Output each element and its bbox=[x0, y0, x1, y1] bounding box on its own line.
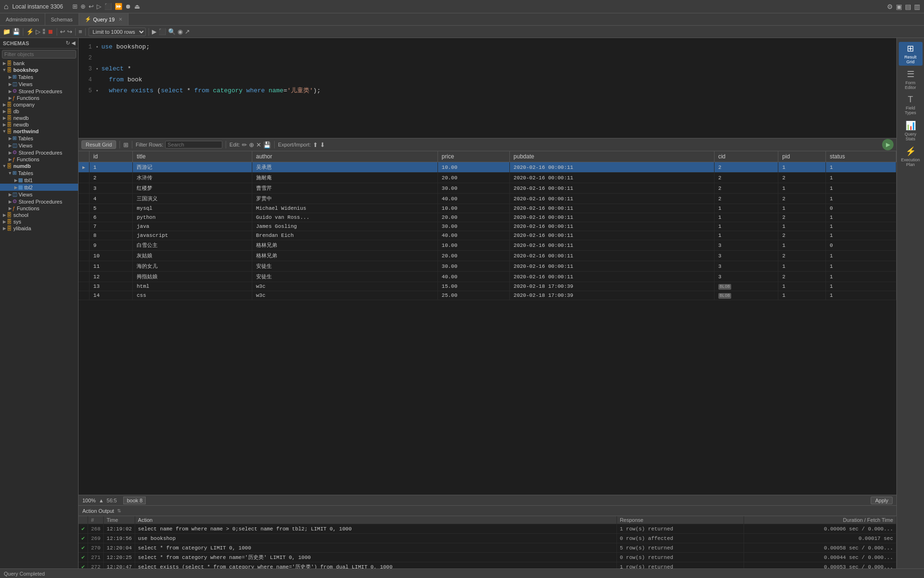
col-header-status[interactable]: status bbox=[825, 151, 896, 162]
result-grid-tab[interactable]: Result Grid bbox=[81, 140, 116, 149]
collapse-icon[interactable]: ◀ bbox=[71, 40, 75, 46]
form-editor-btn[interactable]: ☰ FormEditor bbox=[899, 68, 923, 91]
col-header-cid[interactable]: cid bbox=[714, 151, 778, 162]
toolbar-icon-2[interactable]: ⊕ bbox=[80, 3, 86, 10]
more-icon[interactable]: ◉ bbox=[178, 28, 183, 35]
stop-icon[interactable]: ⏹ bbox=[48, 28, 54, 35]
tab-query19[interactable]: ⚡ Query 19 ✕ bbox=[79, 13, 129, 25]
data-grid[interactable]: id title author price pubdate cid pid st… bbox=[79, 151, 896, 495]
table-row[interactable]: 7javaJames Gosling30.002020-02-16 00:00:… bbox=[79, 222, 896, 231]
col-header-author[interactable]: author bbox=[252, 151, 437, 162]
table-row[interactable]: 13htmlw3c15.002020-02-18 17:00:39BLOB11 bbox=[79, 282, 896, 291]
sidebar-item-numdb-views[interactable]: ▶ ◫ Views bbox=[0, 191, 78, 198]
toolbar-icon-8[interactable]: ⏏ bbox=[134, 3, 140, 10]
layout-icon-2[interactable]: ▤ bbox=[905, 3, 911, 10]
edit-add-icon[interactable]: ✏ bbox=[242, 141, 247, 148]
table-row[interactable]: 12拇指姑娘安徒生40.002020-02-16 00:00:11321 bbox=[79, 272, 896, 282]
apply-button[interactable]: Apply bbox=[871, 497, 893, 504]
sidebar-item-newdb2[interactable]: ▶ 🗄 newdb bbox=[0, 121, 78, 128]
field-types-btn[interactable]: T FieldTypes bbox=[899, 93, 923, 117]
sidebar-item-db[interactable]: ▶ 🗄 db bbox=[0, 108, 78, 115]
toolbar-icon-3[interactable]: ↩ bbox=[89, 3, 94, 10]
sidebar-item-numdb-tbl2[interactable]: ▶ ▦ tbl2 bbox=[0, 184, 78, 191]
tab-administration[interactable]: Administration bbox=[0, 13, 45, 25]
edit-save-icon[interactable]: 💾 bbox=[263, 141, 271, 148]
undo-icon[interactable]: ↩ bbox=[60, 28, 65, 35]
sidebar-item-newdb[interactable]: ▶ 🗄 newdb bbox=[0, 115, 78, 121]
sidebar-item-company[interactable]: ▶ 🗄 company bbox=[0, 101, 78, 108]
execution-plan-btn[interactable]: ⚡ ExecutionPlan bbox=[899, 145, 923, 168]
toolbar-icon-7[interactable]: ⏺ bbox=[125, 3, 131, 10]
sidebar-item-bookshop-tables[interactable]: ▶ ⊞ Tables bbox=[0, 73, 78, 80]
toolbar-icon-4[interactable]: ▷ bbox=[97, 3, 101, 10]
table-row[interactable]: 14cssw3c25.002020-02-18 17:00:39BLOB11 bbox=[79, 291, 896, 300]
edit-copy-icon[interactable]: ⊕ bbox=[249, 141, 254, 148]
edit-delete-icon[interactable]: ✕ bbox=[256, 141, 261, 148]
col-header-pubdate[interactable]: pubdate bbox=[509, 151, 714, 162]
sidebar-item-numdb-tables[interactable]: ▼ ⊞ Tables bbox=[0, 169, 78, 176]
save-icon[interactable]: 💾 bbox=[12, 28, 20, 35]
result-grid-btn[interactable]: ⊞ ResultGrid bbox=[899, 42, 923, 66]
run-execute-icon[interactable]: ▶ bbox=[152, 28, 157, 35]
sidebar-item-northwind-storedproc[interactable]: ▶ ⚙ Stored Procedures bbox=[0, 149, 78, 156]
layout-icon-3[interactable]: ▥ bbox=[914, 3, 920, 10]
sidebar-item-bookshop-functions[interactable]: ▶ ƒ Functions bbox=[0, 95, 78, 101]
settings-icon[interactable]: ⚙ bbox=[887, 3, 893, 10]
toolbar-icon-1[interactable]: ⊞ bbox=[72, 3, 78, 10]
table-row[interactable]: 11海的女儿安徒生30.002020-02-16 00:00:11311 bbox=[79, 261, 896, 272]
toolbar-icon-5[interactable]: ⬛ bbox=[104, 3, 112, 10]
table-row[interactable]: 5mysqlMichael Widenius10.002020-02-16 00… bbox=[79, 204, 896, 213]
code-editor[interactable]: 1 • use bookshop; 2 • 3 • select * 4 • f… bbox=[79, 38, 896, 138]
sidebar-item-northwind[interactable]: ▼ 🗄 northwind bbox=[0, 128, 78, 135]
zoom-up-icon[interactable]: ▲ bbox=[99, 498, 104, 503]
table-row[interactable]: 10灰姑娘格林兄弟20.002020-02-16 00:00:11321 bbox=[79, 251, 896, 261]
sidebar-item-northwind-views[interactable]: ▶ ◫ Views bbox=[0, 142, 78, 149]
col-header-id[interactable]: id bbox=[89, 151, 133, 162]
sidebar-item-numdb[interactable]: ▼ 🗄 numdb bbox=[0, 163, 78, 169]
table-row[interactable]: 6pythonGuido van Ross...20.002020-02-16 … bbox=[79, 213, 896, 222]
col-header-title[interactable]: title bbox=[133, 151, 252, 162]
sidebar-item-sys[interactable]: ▶ 🗄 sys bbox=[0, 218, 78, 225]
export-icon[interactable]: ⬆ bbox=[313, 141, 318, 148]
sidebar-item-northwind-tables[interactable]: ▶ ⊞ Tables bbox=[0, 135, 78, 142]
sidebar-item-school[interactable]: ▶ 🗄 school bbox=[0, 212, 78, 218]
sidebar-item-bookshop-views[interactable]: ▶ ◫ Views bbox=[0, 80, 78, 88]
execute-sel-icon[interactable]: ▷ bbox=[36, 28, 40, 35]
grid-view-icon[interactable]: ⊞ bbox=[123, 141, 129, 148]
limit-select[interactable]: Limit to 1000 rows Limit to 500 rows Don… bbox=[89, 28, 146, 36]
share-icon[interactable]: ↗ bbox=[185, 28, 190, 35]
explain-icon[interactable]: ⁑ bbox=[42, 28, 46, 35]
table-row[interactable]: 2水浒传施耐庵20.002020-02-16 00:00:11221 bbox=[79, 173, 896, 183]
sidebar-item-ylibaida[interactable]: ▶ 🗄 ylibaida bbox=[0, 225, 78, 232]
execute-icon[interactable]: ⚡ bbox=[26, 28, 34, 35]
filter-input[interactable] bbox=[2, 50, 76, 59]
toolbar-icon-6[interactable]: ⏩ bbox=[115, 3, 122, 10]
filter-rows-input[interactable] bbox=[165, 141, 222, 148]
stop-execute-icon[interactable]: ⬛ bbox=[159, 28, 166, 35]
redo-icon[interactable]: ↪ bbox=[67, 28, 72, 35]
sidebar-item-northwind-functions[interactable]: ▶ ƒ Functions bbox=[0, 156, 78, 163]
bookmark-icon[interactable]: 🔍 bbox=[168, 28, 176, 35]
sidebar-item-numdb-storedproc[interactable]: ▶ ⚙ Stored Procedures bbox=[0, 198, 78, 205]
import-icon[interactable]: ⬇ bbox=[320, 141, 325, 148]
sort-icon[interactable]: ⇅ bbox=[117, 508, 121, 513]
refresh-schema-icon[interactable]: ↻ bbox=[66, 40, 70, 46]
sidebar-item-bookshop[interactable]: ▼ 🗄 bookshop bbox=[0, 67, 78, 73]
table-row[interactable]: ▶1西游记吴承恩10.002020-02-16 00:00:11211 bbox=[79, 162, 896, 173]
table-row[interactable]: 9白雪公主格林兄弟10.002020-02-16 00:00:11310 bbox=[79, 240, 896, 251]
home-icon[interactable]: ⌂ bbox=[4, 2, 9, 11]
sidebar-item-numdb-tbl1[interactable]: ▶ ▦ tbl1 bbox=[0, 176, 78, 184]
query-stats-btn[interactable]: 📊 QueryStats bbox=[899, 119, 923, 143]
col-header-pid[interactable]: pid bbox=[778, 151, 826, 162]
table-row[interactable]: 4三国演义罗贯中40.002020-02-16 00:00:11221 bbox=[79, 194, 896, 204]
layout-icon-1[interactable]: ▣ bbox=[896, 3, 902, 10]
col-header-price[interactable]: price bbox=[437, 151, 509, 162]
sidebar-item-bookshop-storedproc[interactable]: ▶ ⚙ Stored Procedures bbox=[0, 88, 78, 95]
table-row[interactable]: 3红楼梦曹雪芹30.002020-02-16 00:00:11211 bbox=[79, 183, 896, 194]
tab-schemas[interactable]: Schemas bbox=[45, 13, 79, 25]
table-row[interactable]: 8javascriptBrendan Eich40.002020-02-16 0… bbox=[79, 231, 896, 240]
format-icon[interactable]: ≡ bbox=[79, 28, 82, 35]
run-button[interactable]: ▶ bbox=[882, 139, 894, 150]
sidebar-item-numdb-functions[interactable]: ▶ ƒ Functions bbox=[0, 205, 78, 212]
sidebar-item-bank[interactable]: ▶ 🗄 bank bbox=[0, 60, 78, 67]
